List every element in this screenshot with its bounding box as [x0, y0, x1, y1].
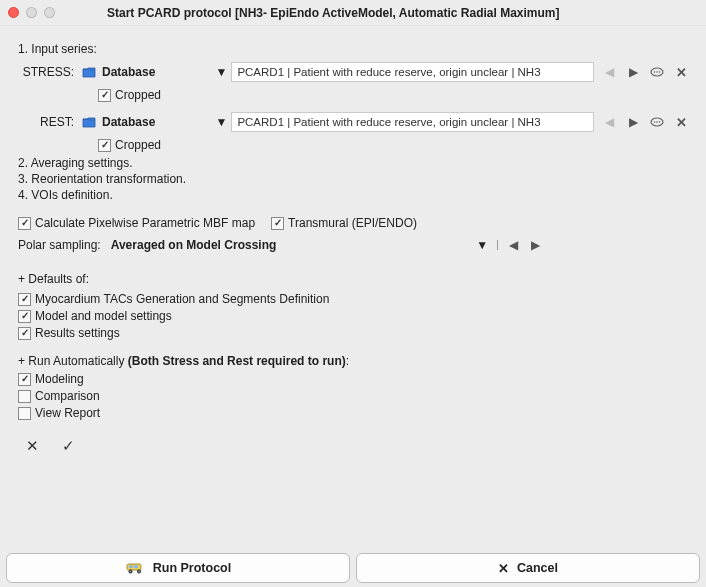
defaults-item-myocardium[interactable]: Myocardium TACs Generation and Segments …: [18, 292, 329, 306]
rest-prev-icon[interactable]: ◀: [602, 115, 616, 129]
section-3-heading: 3. Reorientation transformation.: [18, 172, 688, 186]
stress-label: STRESS:: [18, 65, 74, 79]
folder-icon: [82, 116, 96, 128]
svg-point-3: [659, 71, 661, 73]
stress-cropped-row: Cropped: [98, 88, 688, 102]
defaults-item-model[interactable]: Model and model settings: [18, 309, 172, 323]
section-1-heading: 1. Input series:: [18, 42, 688, 56]
rest-clear-icon[interactable]: ✕: [674, 115, 688, 129]
runauto-bold: (Both Stress and Rest required to run): [128, 354, 346, 368]
polar-next-icon[interactable]: ▶: [529, 238, 543, 252]
defaults-list: Myocardium TACs Generation and Segments …: [18, 292, 688, 340]
run-protocol-label: Run Protocol: [153, 561, 231, 575]
polar-prev-icon[interactable]: ◀: [507, 238, 521, 252]
checkbox-icon: [98, 89, 111, 102]
runauto-item-viewreport[interactable]: View Report: [18, 406, 100, 420]
stress-series-field[interactable]: PCARD1 | Patient with reduce reserve, or…: [231, 62, 594, 82]
footer: Run Protocol ✕ Cancel: [0, 553, 706, 583]
defaults-item-label: Results settings: [35, 326, 120, 340]
rest-label: REST:: [18, 115, 74, 129]
confirm-icon[interactable]: ✓: [60, 438, 76, 454]
stress-clear-icon[interactable]: ✕: [674, 65, 688, 79]
stress-next-icon[interactable]: ▶: [626, 65, 640, 79]
runauto-item-label: Comparison: [35, 389, 100, 403]
cancel-label: Cancel: [517, 561, 558, 575]
dialog-content: 1. Input series: STRESS: Database ▼ PCAR…: [0, 26, 706, 469]
defaults-item-label: Model and model settings: [35, 309, 172, 323]
run-protocol-button[interactable]: Run Protocol: [6, 553, 350, 583]
checkbox-icon: [98, 139, 111, 152]
polar-sampling-value: Averaged on Model Crossing: [111, 238, 277, 252]
svg-point-7: [659, 121, 661, 123]
polar-sampling-label: Polar sampling:: [18, 238, 101, 252]
window-title: Start PCARD protocol [NH3- EpiEndo Activ…: [107, 6, 559, 20]
rest-cropped-row: Cropped: [98, 138, 688, 152]
close-window-dot[interactable]: [8, 7, 19, 18]
rest-cropped-label: Cropped: [115, 138, 161, 152]
checkbox-icon: [18, 327, 31, 340]
defaults-item-results[interactable]: Results settings: [18, 326, 120, 340]
calc-pixelwise-label: Calculate Pixelwise Parametric MBF map: [35, 216, 255, 230]
close-icon: ✕: [498, 561, 509, 576]
runauto-prefix: + Run Automatically: [18, 354, 128, 368]
options-row: Calculate Pixelwise Parametric MBF map T…: [18, 216, 688, 230]
stress-more-icon[interactable]: [650, 65, 664, 79]
stress-cropped-label: Cropped: [115, 88, 161, 102]
calc-pixelwise-checkbox[interactable]: Calculate Pixelwise Parametric MBF map: [18, 216, 255, 230]
window-traffic-lights: [8, 7, 55, 18]
titlebar: Start PCARD protocol [NH3- EpiEndo Activ…: [0, 0, 706, 26]
checkbox-icon: [18, 373, 31, 386]
svg-rect-9: [129, 565, 133, 568]
svg-point-6: [656, 121, 658, 123]
defaults-heading: + Defaults of:: [18, 272, 688, 286]
runauto-item-modeling[interactable]: Modeling: [18, 372, 84, 386]
svg-rect-10: [134, 565, 138, 568]
folder-icon: [82, 66, 96, 78]
checkbox-icon: [271, 217, 284, 230]
rest-source-name: Database: [102, 115, 155, 129]
polar-sampling-row: Polar sampling: Averaged on Model Crossi…: [18, 238, 688, 252]
checkbox-icon: [18, 310, 31, 323]
checkbox-icon: [18, 293, 31, 306]
section-2-heading: 2. Averaging settings.: [18, 156, 688, 170]
checkbox-icon: [18, 390, 31, 403]
tool-row: ✕ ✓: [18, 423, 688, 463]
stress-source-name: Database: [102, 65, 155, 79]
runauto-heading: + Run Automatically (Both Stress and Res…: [18, 354, 688, 368]
cancel-button[interactable]: ✕ Cancel: [356, 553, 700, 583]
runauto-list: Modeling Comparison View Report: [18, 372, 688, 420]
svg-point-2: [656, 71, 658, 73]
transmural-checkbox[interactable]: Transmural (EPI/ENDO): [271, 216, 417, 230]
stress-prev-icon[interactable]: ◀: [602, 65, 616, 79]
car-icon: [125, 561, 145, 575]
rest-more-icon[interactable]: [650, 115, 664, 129]
svg-point-13: [129, 571, 131, 573]
checkbox-icon: [18, 407, 31, 420]
runauto-suffix: :: [346, 354, 349, 368]
runauto-item-comparison[interactable]: Comparison: [18, 389, 100, 403]
runauto-item-label: View Report: [35, 406, 100, 420]
stress-cropped-checkbox[interactable]: Cropped: [98, 88, 161, 102]
rest-series-field[interactable]: PCARD1 | Patient with reduce reserve, or…: [231, 112, 594, 132]
checkbox-icon: [18, 217, 31, 230]
stress-row: STRESS: Database ▼ PCARD1 | Patient with…: [18, 62, 688, 82]
polar-divider-icon: |: [496, 239, 499, 250]
transmural-label: Transmural (EPI/ENDO): [288, 216, 417, 230]
rest-source-dropdown-icon[interactable]: ▼: [215, 115, 225, 129]
section-4-heading: 4. VOIs definition.: [18, 188, 688, 202]
maximize-window-dot[interactable]: [44, 7, 55, 18]
close-icon[interactable]: ✕: [24, 438, 40, 454]
polar-dropdown-icon[interactable]: ▼: [476, 238, 488, 252]
svg-point-14: [138, 571, 140, 573]
defaults-item-label: Myocardium TACs Generation and Segments …: [35, 292, 329, 306]
runauto-item-label: Modeling: [35, 372, 84, 386]
svg-point-5: [654, 121, 656, 123]
minimize-window-dot[interactable]: [26, 7, 37, 18]
stress-nav-buttons: ◀ ▶ ✕: [602, 65, 688, 79]
svg-point-1: [654, 71, 656, 73]
rest-cropped-checkbox[interactable]: Cropped: [98, 138, 161, 152]
stress-source-dropdown-icon[interactable]: ▼: [215, 65, 225, 79]
rest-nav-buttons: ◀ ▶ ✕: [602, 115, 688, 129]
rest-row: REST: Database ▼ PCARD1 | Patient with r…: [18, 112, 688, 132]
rest-next-icon[interactable]: ▶: [626, 115, 640, 129]
